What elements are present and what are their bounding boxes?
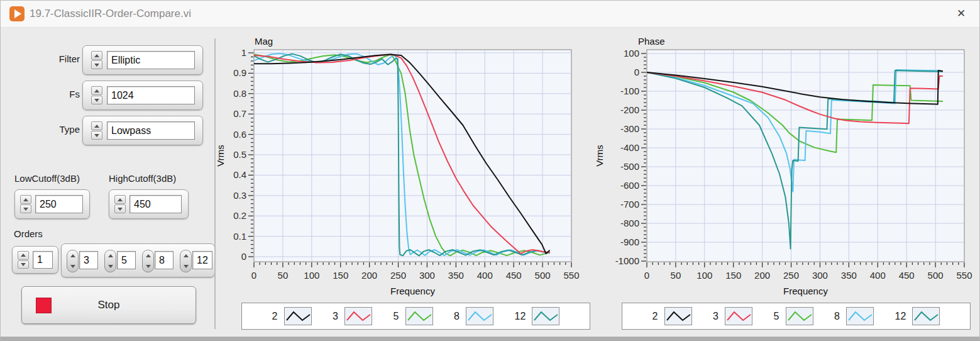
spin-up-icon[interactable] [114,195,126,204]
type-spinner[interactable] [91,121,102,140]
chart-title: Mag [255,36,273,47]
y-tick-label: -200 [620,104,639,115]
high-cutoff-control: 450 [109,189,189,219]
x-tick-label: 350 [448,270,464,281]
spin-up-icon[interactable] [91,121,102,130]
high-cutoff-spinner[interactable] [114,195,126,213]
low-cutoff-spinner[interactable] [20,195,31,213]
legend-line-icon [345,308,372,325]
legend-line-icon [406,308,432,325]
low-cutoff-field[interactable]: 250 [35,195,83,213]
orders-array-control: 3 5 8 12 [61,243,215,277]
x-axis-label: Frequency [783,286,828,296]
legend-line [915,312,938,320]
legend-item: 3 [333,307,372,325]
plot-area [254,50,571,262]
x-tick-label: 350 [841,270,857,281]
y-tick-label: -100 [620,86,639,96]
orders-index-field[interactable]: 1 [33,251,53,269]
legend-line [727,312,751,320]
orders-index-spinner[interactable] [18,251,29,269]
spin-up-icon[interactable] [91,86,102,95]
labview-icon [9,6,25,21]
legend-label: 2 [272,311,278,322]
fs-label: Fs [38,89,80,99]
legend-swatch[interactable] [786,307,813,325]
y-tick-label: 0.4 [233,169,246,180]
legend-line-icon [847,308,873,325]
y-axis-label: Vrms [215,145,226,166]
x-tick-label: 0 [251,270,256,281]
legend-label: 3 [333,311,338,322]
y-tick-label: 0.9 [233,67,246,78]
y-tick-label: 0.1 [233,231,246,242]
legend-line [667,312,690,320]
legend-item: 12 [515,307,560,325]
filter-value-field[interactable]: Elliptic [107,51,195,69]
play-triangle-icon [14,9,21,18]
x-tick-label: 250 [390,270,406,281]
orders-1-field[interactable]: 5 [117,251,136,269]
y-tick-label: -600 [620,180,639,191]
filter-control: Elliptic [82,45,203,75]
legend-label: 8 [454,311,460,322]
type-value-field[interactable]: Lowpass [107,121,195,140]
legend-label: 12 [515,311,526,322]
legend-swatch[interactable] [532,307,559,325]
type-label: Type [38,124,80,135]
fs-value-field[interactable]: 1024 [107,86,195,104]
x-tick-label: 100 [696,270,712,281]
legend-item: 8 [834,307,874,325]
low-cutoff-control: 250 [14,189,90,219]
y-tick-label: 0.5 [233,149,246,160]
orders-2-spinner[interactable] [142,250,154,272]
high-cutoff-field[interactable]: 450 [129,195,182,213]
stop-button-label: Stop [22,287,195,323]
fs-spinner[interactable] [91,86,102,104]
legend-item: 3 [713,307,752,325]
spin-up-icon[interactable] [18,251,29,260]
legend-swatch[interactable] [466,307,493,325]
close-icon[interactable]: ✕ [948,1,974,27]
legend-swatch[interactable] [664,307,692,325]
legend-swatch[interactable] [284,307,312,325]
y-tick-label: -300 [620,123,639,134]
x-tick-label: 300 [419,270,435,281]
stop-button[interactable]: Stop [21,286,196,324]
legend-line [534,312,558,320]
spin-down-icon[interactable] [91,96,102,104]
filter-spinner[interactable] [91,51,102,69]
legend-swatch[interactable] [344,307,372,325]
x-tick-label: 250 [783,270,799,281]
legend-swatch[interactable] [912,307,940,325]
x-tick-label: 0 [644,270,649,281]
mag-graph: 05010015020025030035040045050055000.10.2… [210,32,600,303]
x-tick-label: 500 [535,270,551,281]
y-tick-label: 0 [634,67,639,77]
spin-down-icon[interactable] [20,204,31,213]
orders-2-field[interactable]: 8 [155,251,173,269]
spin-down-icon[interactable] [91,60,102,69]
window-title: 19.7-ClassicIIR-Order-Compare.vi [30,1,191,27]
legend-swatch[interactable] [846,307,874,325]
legend-item: 12 [895,307,940,325]
orders-3-spinner[interactable] [180,250,192,272]
legend-line-icon [285,308,311,325]
x-tick-label: 50 [278,270,289,281]
x-tick-label: 100 [304,270,319,281]
y-tick-label: -500 [620,161,639,172]
legend-swatch[interactable] [405,307,433,325]
legend-line [408,312,431,320]
legend-swatch[interactable] [725,307,752,325]
x-tick-label: 150 [333,270,348,281]
spin-down-icon[interactable] [114,204,126,213]
orders-1-spinner[interactable] [104,250,116,272]
spin-up-icon[interactable] [20,195,31,204]
legend-item: 8 [454,307,493,325]
spin-down-icon[interactable] [91,131,102,140]
spin-up-icon[interactable] [91,51,102,60]
orders-0-field[interactable]: 3 [79,251,98,269]
spin-down-icon[interactable] [18,260,29,269]
orders-0-spinner[interactable] [67,250,79,272]
y-tick-label: 0 [241,251,246,262]
